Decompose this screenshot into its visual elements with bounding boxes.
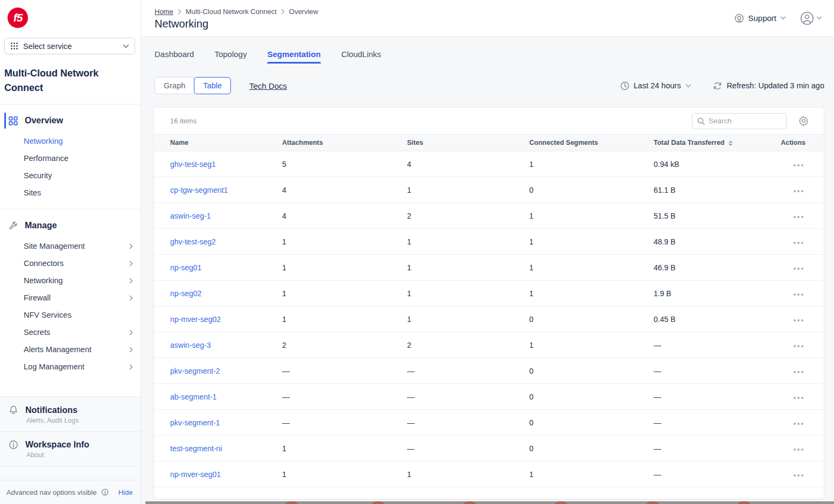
tab-dashboard[interactable]: Dashboard [155, 50, 194, 64]
total-data-cell: 1.9 B [654, 281, 766, 306]
refresh-icon [713, 81, 722, 90]
notifications-label: Notifications [25, 405, 78, 415]
table-settings-button[interactable] [798, 116, 809, 126]
segments-table: Name Attachments Sites Connected Segment… [154, 134, 824, 487]
column-header-connected-segments[interactable]: Connected Segments [529, 135, 654, 151]
row-actions-menu[interactable] [793, 214, 804, 220]
total-data-cell: 0.94 kB [654, 151, 766, 177]
sidebar-item-log-management[interactable]: Log Management [0, 358, 141, 375]
total-data-cell: — [654, 410, 766, 436]
column-header-total-data[interactable]: Total Data Transferred [654, 135, 766, 151]
segment-name-link[interactable]: np-seg02 [170, 289, 201, 298]
table-row: np-seg01 1 1 1 46.9 B [154, 255, 824, 281]
time-range-selector[interactable]: Last 24 hours [620, 81, 691, 90]
segment-name-link[interactable]: np-mver-seg01 [170, 470, 221, 479]
row-actions-menu[interactable] [793, 265, 804, 272]
row-actions-menu[interactable] [793, 188, 804, 194]
table-row: pkv-segment-1 — — 0 — [154, 410, 824, 436]
breadcrumb-separator-icon [281, 9, 285, 15]
sidebar-item-security[interactable]: Security [0, 167, 141, 184]
tab-cloudlinks[interactable]: CloudLinks [341, 50, 381, 64]
segment-name-link[interactable]: np-seg01 [170, 263, 201, 272]
support-label: Support [748, 13, 776, 23]
chevron-down-icon [816, 16, 822, 20]
sidebar-item-sites[interactable]: Sites [0, 184, 141, 201]
segment-name-link[interactable]: test-segment-ni [170, 444, 222, 453]
row-actions-menu[interactable] [793, 472, 804, 479]
attachments-cell: 4 [282, 203, 407, 229]
row-actions-menu[interactable] [793, 369, 804, 375]
table-row: ghv-test-seg2 1 1 1 48.9 B [154, 229, 824, 255]
segment-name-link[interactable]: ghv-test-seg1 [170, 160, 216, 169]
connected-segments-cell: 1 [529, 255, 654, 281]
column-header-sites[interactable]: Sites [407, 135, 529, 151]
row-actions-menu[interactable] [793, 395, 804, 401]
refresh-label: Refresh: Updated 3 min ago [727, 81, 824, 90]
segment-name-link[interactable]: ab-segment-1 [170, 393, 216, 401]
account-menu[interactable] [800, 11, 822, 25]
table-header-row: Name Attachments Sites Connected Segment… [154, 135, 824, 151]
support-menu[interactable]: Support [734, 13, 786, 23]
sidebar-item-overview[interactable]: Overview [0, 111, 141, 130]
attachments-cell: 4 [282, 177, 407, 203]
sidebar-item-manage[interactable]: Manage [0, 216, 141, 235]
tab-segmentation[interactable]: Segmentation [267, 50, 320, 64]
column-header-attachments[interactable]: Attachments [282, 135, 407, 151]
graph-view-button[interactable]: Graph [155, 77, 194, 94]
table-view-button[interactable]: Table [194, 77, 231, 94]
sidebar-item-performance[interactable]: Performance [0, 150, 141, 167]
sidebar-item-connectors[interactable]: Connectors [0, 255, 141, 272]
table-row: np-mver-seg02 1 1 0 0.45 B [154, 306, 824, 332]
segment-name-link[interactable]: aswin-seg-3 [170, 341, 211, 349]
segment-name-link[interactable]: pkv-segment-2 [170, 367, 220, 375]
column-header-name[interactable]: Name [154, 135, 282, 151]
attachments-cell: 1 [282, 306, 407, 332]
segment-name-link[interactable]: pkv-segment-1 [170, 418, 220, 427]
breadcrumb-item[interactable]: Multi-Cloud Network Connect [186, 8, 277, 16]
search-box [692, 113, 787, 129]
sites-cell: — [407, 410, 529, 436]
attachments-cell: — [282, 358, 407, 384]
sort-icon[interactable] [728, 141, 733, 146]
segment-name-link[interactable]: aswin-seg-1 [170, 212, 211, 220]
row-actions-menu[interactable] [793, 162, 804, 169]
table-row: cp-tgw-segment1 4 1 0 61.1 B [154, 177, 824, 203]
segment-name-link[interactable]: cp-tgw-segment1 [170, 186, 228, 194]
total-data-cell: 0.45 B [654, 306, 766, 332]
sidebar-item-alerts-management[interactable]: Alerts Management [0, 341, 141, 358]
support-icon [734, 13, 744, 23]
sidebar-item-nfv-services[interactable]: NFV Services [0, 306, 141, 324]
row-actions-menu[interactable] [793, 240, 804, 246]
total-data-cell: — [654, 461, 766, 487]
connected-segments-cell: 0 [529, 436, 654, 461]
sidebar-item-firewall[interactable]: Firewall [0, 289, 141, 306]
tab-topology[interactable]: Topology [214, 50, 247, 64]
sidebar-item-site-management[interactable]: Site Management [0, 237, 141, 255]
sidebar-item-networking[interactable]: Networking [0, 132, 141, 150]
segment-name-link[interactable]: np-mver-seg02 [170, 315, 221, 324]
segment-name-link[interactable]: ghv-test-seg2 [170, 237, 216, 246]
workspace-info-label: Workspace Info [25, 440, 89, 450]
sidebar-item-networking-manage[interactable]: Networking [0, 272, 141, 289]
sites-cell: — [407, 358, 529, 384]
row-actions-menu[interactable] [793, 421, 804, 427]
sidebar-item-secrets[interactable]: Secrets [0, 324, 141, 341]
row-actions-menu[interactable] [793, 291, 804, 298]
refresh-control[interactable]: Refresh: Updated 3 min ago [713, 81, 824, 90]
chevron-down-icon [685, 84, 691, 88]
breadcrumb-home-link[interactable]: Home [155, 8, 173, 16]
row-actions-menu[interactable] [793, 446, 804, 453]
service-selector[interactable]: Select service [4, 38, 135, 54]
sidebar-item-workspace-info[interactable]: Workspace Info About [0, 432, 141, 466]
attachments-cell: — [282, 384, 407, 410]
search-input[interactable] [709, 117, 773, 125]
connected-segments-cell: 0 [529, 410, 654, 436]
overview-sublist: Networking Performance Security Sites [0, 130, 141, 207]
hide-advanced-nav-link[interactable]: Hide [118, 488, 133, 496]
attachments-cell: 1 [282, 461, 407, 487]
row-actions-menu[interactable] [793, 317, 804, 324]
tech-docs-link[interactable]: Tech Docs [249, 81, 287, 90]
row-actions-menu[interactable] [793, 343, 804, 349]
sidebar-item-notifications[interactable]: Notifications Alerts, Audit Logs [0, 397, 141, 432]
f5-logo: f5 [8, 8, 28, 28]
